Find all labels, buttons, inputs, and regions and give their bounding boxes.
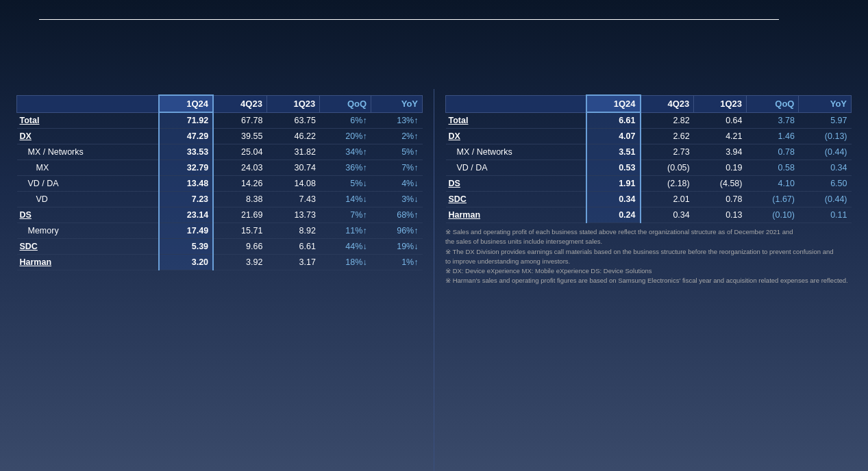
q124-value: 6.61 (586, 112, 640, 129)
yoy-value: (0.44) (799, 144, 852, 160)
q124-value: 47.29 (159, 129, 213, 144)
q423-value: 24.03 (213, 160, 266, 176)
q124-value: 0.34 (586, 192, 640, 207)
q123-value: 46.22 (266, 129, 319, 144)
q124-value: 17.49 (159, 223, 213, 239)
yoy-value: 5.97 (799, 112, 852, 129)
q123-value: 31.82 (266, 144, 319, 160)
table-row: Harman3.203.923.1718%↓1%↑ (17, 255, 423, 270)
yoy-value: 0.11 (799, 207, 852, 223)
section-divider (434, 89, 434, 471)
table-row: DS1.91(2.18)(4.58)4.106.50 (446, 176, 852, 192)
sales-col-1q23: 1Q23 (266, 95, 319, 112)
q123-value: 30.74 (266, 160, 319, 176)
sales-table: 1Q24 4Q23 1Q23 QoQ YoY Total71.9267.7863… (16, 94, 423, 270)
q123-value: (4.58) (694, 176, 747, 192)
q124-value: 7.23 (159, 192, 213, 207)
q124-value: 5.39 (159, 239, 213, 255)
op-unit-header (446, 95, 587, 112)
footnote: the sales of business units include inte… (445, 237, 852, 246)
table-row: DS23.1421.6913.737%↑68%↑ (17, 207, 423, 223)
yoy-value: 4%↓ (371, 176, 423, 192)
q123-value: 0.19 (694, 160, 747, 176)
q123-value: 3.17 (266, 255, 319, 270)
sales-unit-header (17, 95, 159, 112)
header-line (39, 19, 779, 20)
qoq-value: 0.58 (746, 160, 798, 176)
q124-value: 0.24 (586, 207, 640, 223)
q123-value: 0.13 (694, 207, 747, 223)
yoy-value: 13%↑ (371, 112, 423, 129)
op-col-1q24: 1Q24 (586, 95, 640, 112)
q423-value: 0.34 (641, 207, 694, 223)
row-label: Harman (17, 255, 159, 270)
yoy-value: 2%↑ (371, 129, 423, 144)
q423-value: 67.78 (213, 112, 266, 129)
q423-value: (2.18) (641, 176, 694, 192)
table-row: MX32.7924.0330.7436%↑7%↑ (17, 160, 423, 176)
table-row: Harman0.240.340.13(0.10)0.11 (446, 207, 852, 223)
row-label: MX (17, 160, 159, 176)
sales-col-1q24: 1Q24 (159, 95, 213, 112)
q124-value: 71.92 (159, 112, 213, 129)
q423-value: 15.71 (213, 223, 266, 239)
q123-value: 63.75 (266, 112, 319, 129)
q123-value: 0.64 (694, 112, 747, 129)
row-label: SDC (446, 192, 587, 207)
q124-value: 0.53 (586, 160, 640, 176)
q423-value: (0.05) (641, 160, 694, 176)
operating-profit-section: 1Q24 4Q23 1Q23 QoQ YoY Total6.612.820.64… (440, 89, 857, 471)
yoy-value: 19%↓ (371, 239, 423, 255)
qoq-value: 0.78 (746, 144, 798, 160)
yoy-value: 68%↑ (371, 207, 423, 223)
row-label: MX / Networks (446, 144, 587, 160)
yoy-value: (0.44) (799, 192, 852, 207)
yoy-value: (0.13) (799, 129, 852, 144)
row-label: VD / DA (446, 160, 587, 176)
qoq-value: 14%↓ (320, 192, 371, 207)
table-row: VD / DA13.4814.2614.085%↓4%↓ (17, 176, 423, 192)
row-label: DS (446, 176, 587, 192)
row-label: MX / Networks (17, 144, 159, 160)
sales-col-yoy: YoY (371, 95, 423, 112)
table-row: VD / DA0.53(0.05)0.190.580.34 (446, 160, 852, 176)
yoy-value: 96%↑ (371, 223, 423, 239)
op-col-qoq: QoQ (746, 95, 798, 112)
q124-value: 23.14 (159, 207, 213, 223)
row-label: DS (17, 207, 159, 223)
op-col-1q23: 1Q23 (694, 95, 747, 112)
qoq-value: 3.78 (746, 112, 798, 129)
q423-value: 9.66 (213, 239, 266, 255)
yoy-value: 7%↑ (371, 160, 423, 176)
q124-value: 1.91 (586, 176, 640, 192)
row-label: Harman (446, 207, 587, 223)
table-row: Total6.612.820.643.785.97 (446, 112, 852, 129)
q123-value: 8.92 (266, 223, 319, 239)
table-row: SDC5.399.666.6144%↓19%↓ (17, 239, 423, 255)
row-label: VD (17, 192, 159, 207)
table-row: Memory17.4915.718.9211%↑96%↑ (17, 223, 423, 239)
yoy-value: 5%↑ (371, 144, 423, 160)
row-label: VD / DA (17, 176, 159, 192)
q423-value: 2.01 (641, 192, 694, 207)
qoq-value: 1.46 (746, 129, 798, 144)
q123-value: 7.43 (266, 192, 319, 207)
table-row: MX / Networks3.512.733.940.78(0.44) (446, 144, 852, 160)
q423-value: 25.04 (213, 144, 266, 160)
table-row: SDC0.342.010.78(1.67)(0.44) (446, 192, 852, 207)
qoq-value: (1.67) (746, 192, 798, 207)
q124-value: 3.20 (159, 255, 213, 270)
qoq-value: 34%↑ (320, 144, 371, 160)
qoq-value: 11%↑ (320, 223, 371, 239)
qoq-value: (0.10) (746, 207, 798, 223)
q123-value: 0.78 (694, 192, 747, 207)
qoq-value: 20%↑ (320, 129, 371, 144)
row-label: Total (17, 112, 159, 129)
qoq-value: 6%↑ (320, 112, 371, 129)
yoy-value: 3%↓ (371, 192, 423, 207)
q124-value: 13.48 (159, 176, 213, 192)
yoy-value: 6.50 (799, 176, 852, 192)
footnote: ※ Sales and operating profit of each bus… (445, 227, 852, 236)
table-row: DX4.072.624.211.46(0.13) (446, 129, 852, 144)
q423-value: 39.55 (213, 129, 266, 144)
